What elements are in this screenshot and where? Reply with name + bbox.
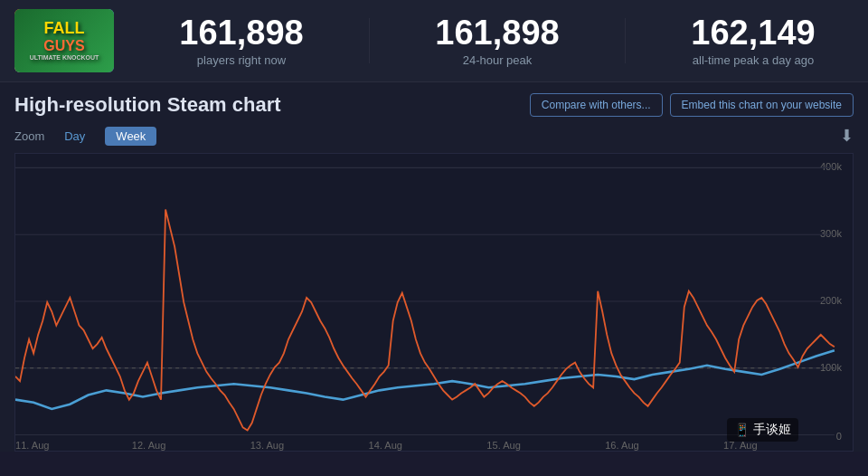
svg-text:200k: 200k (820, 295, 842, 306)
download-icon[interactable]: ⬇ (840, 126, 854, 146)
svg-text:300k: 300k (820, 228, 842, 239)
stat-divider-2 (625, 18, 626, 63)
svg-text:100k: 100k (820, 362, 842, 373)
svg-text:11. Aug: 11. Aug (15, 440, 49, 451)
stat-alltime-peak: 162,149 all-time peak a day ago (653, 15, 854, 67)
svg-text:0: 0 (836, 431, 842, 442)
chart-buttons: Compare with others... Embed this chart … (530, 93, 854, 117)
alltime-peak-number: 162,149 (691, 15, 815, 50)
svg-text:15. Aug: 15. Aug (486, 440, 520, 451)
game-logo: FALL GUYS ULTIMATE KNOCKOUT (14, 9, 114, 72)
chart-header: High-resolution Steam chart Compare with… (14, 93, 854, 117)
svg-text:16. Aug: 16. Aug (605, 440, 638, 451)
embed-button[interactable]: Embed this chart on your website (670, 93, 854, 117)
chart-title: High-resolution Steam chart (14, 93, 281, 117)
svg-text:12. Aug: 12. Aug (132, 440, 165, 451)
peak-24h-number: 161,898 (435, 15, 559, 50)
watermark-text: 手谈姬 (753, 422, 791, 438)
alltime-peak-label: all-time peak a day ago (693, 53, 814, 67)
stat-players-now: 161,898 players right now (141, 15, 342, 67)
zoom-bar: Zoom Day Week ⬇ (14, 126, 854, 146)
players-now-label: players right now (197, 53, 286, 67)
chart-svg: 400k 300k 200k 100k 0 11. Aug 12. Aug 13… (15, 154, 853, 451)
peak-24h-label: 24-hour peak (463, 53, 533, 67)
svg-text:14. Aug: 14. Aug (369, 440, 402, 451)
watermark-icon: 📱 (734, 423, 750, 437)
compare-button[interactable]: Compare with others... (530, 93, 663, 117)
svg-text:13. Aug: 13. Aug (250, 440, 284, 451)
chart-section: High-resolution Steam chart Compare with… (0, 82, 868, 452)
zoom-label: Zoom (14, 129, 44, 143)
watermark: 📱 手谈姬 (727, 418, 798, 442)
zoom-week-button[interactable]: Week (105, 127, 156, 146)
chart-container: 400k 300k 200k 100k 0 11. Aug 12. Aug 13… (14, 153, 854, 452)
players-now-number: 161,898 (179, 15, 303, 50)
zoom-day-button[interactable]: Day (53, 127, 96, 146)
svg-text:400k: 400k (820, 161, 842, 172)
stat-peak-24h: 161,898 24-hour peak (397, 15, 598, 67)
header-bar: FALL GUYS ULTIMATE KNOCKOUT 161,898 play… (0, 0, 868, 82)
stat-divider-1 (369, 18, 370, 63)
